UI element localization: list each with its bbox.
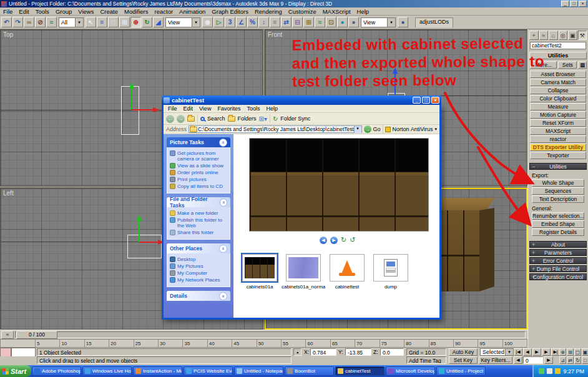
file-name[interactable]: cabinets01a_normal	[282, 284, 325, 290]
utility-maxscript[interactable]: MAXScript	[530, 127, 586, 135]
schematic-view-icon[interactable]: ⊡	[326, 17, 336, 27]
utilities-tab[interactable]: ⚒	[578, 31, 587, 40]
utility-dts-exporter[interactable]: DTS Exporter Utility	[530, 144, 586, 151]
collapse-chevron-icon[interactable]: «	[219, 139, 227, 147]
task-link[interactable]: Order prints online	[170, 170, 227, 175]
views-icon[interactable]: ⊞▾	[259, 115, 267, 122]
collapse-chevron-icon[interactable]: «	[219, 245, 227, 253]
material-editor-icon[interactable]: ●	[337, 17, 348, 27]
task-link[interactable]: Make a new folder	[170, 210, 227, 216]
file-thumbnail[interactable]	[242, 254, 277, 282]
select-by-name-icon[interactable]: ≡	[97, 17, 107, 27]
x-coordinate-field[interactable]: 0.784	[310, 348, 336, 356]
close-button[interactable]: ×	[431, 97, 439, 104]
key-filters-button[interactable]: Key Filters...	[479, 356, 512, 364]
lock-selection-icon[interactable]: ▪	[293, 348, 301, 356]
task-link[interactable]: Publish this folder to the Web	[170, 217, 227, 228]
motion-tab[interactable]: ◎	[559, 31, 568, 40]
minimize-button[interactable]: _	[413, 97, 421, 104]
zoom-extents-icon[interactable]: ▢	[574, 348, 581, 356]
place-link[interactable]: My Network Places	[170, 277, 227, 283]
taskbar-item-instantaction[interactable]: InstantAction - Mozilla F...	[133, 366, 182, 376]
task-link[interactable]: Copy all items to CD	[170, 184, 227, 189]
exporter-rollout-header[interactable]: Utilities	[529, 163, 587, 170]
taskbar-item-3dsmax[interactable]: Untitled - Project Fol...	[436, 366, 486, 376]
folders-label[interactable]: Folders	[238, 115, 257, 122]
rollout-about[interactable]: About	[529, 241, 587, 248]
render-type-combo[interactable]: View▾	[361, 17, 396, 27]
mirror-icon[interactable]: ⇄	[281, 17, 292, 27]
picture-tasks-header[interactable]: Picture Tasks «	[167, 137, 230, 147]
time-slider-track[interactable]	[15, 331, 526, 338]
arc-rotate-icon[interactable]: ↻	[574, 356, 581, 364]
hierarchy-tab[interactable]: ⌂	[549, 31, 558, 40]
rollout-configuration-control[interactable]: Configuration Control	[529, 273, 587, 280]
unlink-selection-icon[interactable]: ⊘	[35, 17, 46, 27]
menu-item[interactable]: Tools	[243, 105, 263, 112]
z-coordinate-field[interactable]: 0.0	[380, 348, 404, 356]
auto-key-button[interactable]: Auto Key	[449, 348, 478, 356]
menu-item[interactable]: Create	[97, 8, 121, 15]
go-icon[interactable]: →	[364, 125, 371, 133]
renumber-selection-button[interactable]: Renumber selection...	[532, 212, 584, 220]
file-name[interactable]: cabinets01a	[238, 284, 282, 290]
rectangular-selection-region-icon[interactable]: □	[108, 17, 119, 27]
edit-named-selections-icon[interactable]: ≡	[270, 17, 280, 27]
file-thumbnail[interactable]	[286, 254, 321, 282]
task-link[interactable]: Print pictures	[170, 177, 227, 182]
close-button[interactable]: ×	[579, 1, 587, 7]
menu-item[interactable]: Graph Editors	[208, 8, 252, 15]
undo-icon[interactable]: ↶	[1, 17, 12, 27]
go-to-start-icon[interactable]: |◀	[514, 348, 522, 356]
sets-button[interactable]: Sets	[558, 61, 577, 69]
pan-icon[interactable]: ⇄	[567, 356, 574, 364]
up-one-level-icon[interactable]	[187, 116, 195, 122]
utility-color-clipboard[interactable]: Color Clipboard	[530, 95, 586, 102]
y-coordinate-field[interactable]: -13.85	[345, 348, 371, 356]
menu-item[interactable]: Rendering	[252, 8, 285, 15]
rotate-counterclockwise-icon[interactable]: ↺	[350, 236, 355, 244]
redo-icon[interactable]: ↷	[12, 17, 23, 27]
text-description-button[interactable]: Text Description	[532, 195, 584, 203]
taskbar-item-cabinettest[interactable]: cabinetTest	[335, 366, 385, 376]
mini-curve-editor-button[interactable]: ≈	[1, 331, 14, 339]
utility-motion-capture[interactable]: Motion Capture	[530, 111, 586, 119]
menu-item[interactable]: Help	[263, 105, 281, 112]
other-places-header[interactable]: Other Places «	[167, 243, 230, 253]
task-link[interactable]: View as a slide show	[170, 163, 227, 169]
add-time-tag[interactable]: Add Time Tag	[406, 356, 446, 364]
embed-shape-button[interactable]: Embed Shape	[532, 220, 584, 228]
taskbar-item-msdev[interactable]: Microsoft Development...	[386, 366, 435, 376]
menu-item[interactable]: Animation	[176, 8, 208, 15]
menu-item[interactable]: Group	[52, 8, 75, 15]
taskbar-item-boombot[interactable]: BoomBot	[285, 366, 334, 376]
select-and-move-icon[interactable]: ⊕	[130, 17, 141, 27]
file-thumbnail[interactable]	[373, 254, 408, 282]
rollout-dump-file-control[interactable]: Dump File Control	[529, 265, 587, 272]
reference-coordinate-combo[interactable]: View▾	[165, 17, 200, 27]
menu-item[interactable]: Favorites	[214, 105, 243, 112]
taskbar-item-photoshop[interactable]: Adobe Photoshop	[32, 366, 81, 376]
place-link[interactable]: Desktop	[170, 257, 227, 262]
zoom-all-icon[interactable]: ⊞	[567, 348, 574, 356]
current-frame-field[interactable]: 0	[523, 356, 543, 364]
viewport-label[interactable]: Left	[3, 190, 14, 197]
rollout-error-control[interactable]: Error Control	[529, 257, 587, 264]
task-link[interactable]: Share this folder	[170, 230, 227, 235]
start-button[interactable]: Start	[0, 365, 31, 377]
chevron-down-icon[interactable]: ▾	[354, 126, 361, 133]
next-frame-icon[interactable]: ▶	[542, 348, 551, 356]
address-input[interactable]	[189, 125, 362, 133]
cabinet-model-side[interactable]	[479, 208, 494, 291]
explorer-titlebar[interactable]: cabinetTest _ □ ×	[162, 95, 441, 105]
render-setup-icon[interactable]: ●	[348, 17, 359, 27]
file-name[interactable]: dump	[369, 284, 413, 290]
key-mode-combo[interactable]: Selected▾	[480, 348, 514, 356]
place-link[interactable]: My Pictures	[170, 263, 227, 269]
selection-filter-combo[interactable]: All▾	[59, 17, 84, 27]
curve-editor-icon[interactable]: ≈	[315, 17, 325, 27]
previous-frame-icon[interactable]: ◀	[523, 348, 532, 356]
folders-icon[interactable]	[228, 116, 235, 122]
taskbar-item-hotmail[interactable]: Windows Live Hotmail -...	[82, 366, 132, 376]
register-details-button[interactable]: Register Details	[532, 228, 584, 236]
